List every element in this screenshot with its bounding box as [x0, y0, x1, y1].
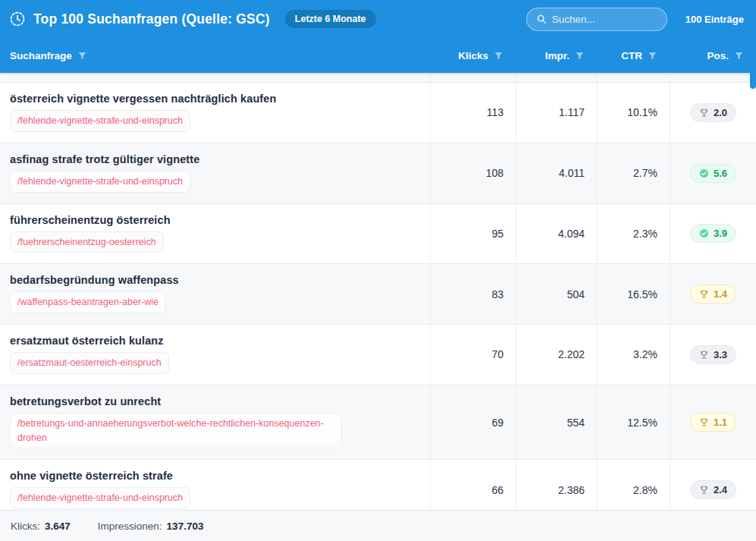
table-rows: österreich vignette vergessen nachträgli…: [0, 83, 756, 510]
ctr-cell: 2.8%: [597, 460, 670, 510]
position-badge: 2.4: [690, 480, 736, 499]
pos-cell: 5.6: [670, 143, 756, 203]
check-circle-icon: [699, 228, 709, 238]
table-row[interactable]: österreich vignette vergessen nachträgli…: [0, 83, 756, 143]
position-value: 1.4: [714, 288, 727, 300]
ctr-cell: 10.1%: [597, 83, 670, 143]
page-title: Top 100 Suchanfragen (Quelle: GSC): [33, 11, 270, 27]
klicks-cell: 66: [430, 460, 516, 510]
url-slug-text: /betretungs-und-annaeherungsverbot-welch…: [17, 418, 324, 443]
url-slug-pill[interactable]: /betretungs-und-annaeherungsverbot-welch…: [10, 413, 342, 449]
filter-icon[interactable]: [648, 51, 657, 61]
position-value: 2.0: [714, 107, 727, 118]
pos-cell: 1.1: [670, 385, 756, 460]
query-cell: bedarfsbegründung waffenpass /waffenpass…: [0, 264, 430, 324]
search-input[interactable]: [552, 14, 657, 25]
query-text: bedarfsbegründung waffenpass: [10, 274, 419, 286]
query-text: betretungsverbot zu unrecht: [10, 395, 419, 407]
url-slug-text: /fehlende-vignette-strafe-und-einspruch: [17, 492, 183, 503]
query-text: asfinag strafe trotz gültiger vignette: [10, 153, 419, 165]
check-circle-icon: [699, 168, 709, 178]
position-value: 1.1: [714, 417, 727, 428]
impr-cell: 554: [516, 385, 597, 460]
query-text: ersatzmaut österreich kulanz: [10, 335, 419, 347]
query-text: österreich vignette vergessen nachträgli…: [10, 93, 419, 105]
column-label: Impr.: [545, 50, 569, 61]
url-slug-pill[interactable]: /waffenpass-beantragen-aber-wie: [10, 291, 166, 313]
url-slug-pill[interactable]: /ersatzmaut-oesterreich-einspruch: [10, 352, 169, 374]
pos-cell: 3.3: [670, 325, 756, 385]
ctr-cell: 16.5%: [597, 264, 670, 324]
position-badge: 2.0: [690, 103, 736, 122]
total-klicks-label: Klicks:: [11, 521, 40, 532]
klicks-cell: 113: [430, 83, 516, 143]
table-row[interactable]: bedarfsbegründung waffenpass /waffenpass…: [0, 264, 756, 325]
column-header-pos[interactable]: Pos.: [670, 50, 756, 61]
impr-cell: 1.117: [516, 83, 597, 143]
position-value: 5.6: [714, 168, 727, 179]
summary-footer: Klicks: 3.647 Impressionen: 137.703: [0, 510, 756, 541]
search-box[interactable]: [526, 8, 667, 31]
url-slug-pill[interactable]: /fehlende-vignette-strafe-und-einspruch: [10, 171, 190, 193]
position-badge: 1.4: [690, 285, 736, 304]
url-slug-text: /fehlende-vignette-strafe-und-einspruch: [17, 115, 183, 126]
total-impressions-label: Impressionen:: [98, 521, 162, 532]
url-slug-pill[interactable]: /fehlende-vignette-strafe-und-einspruch: [10, 487, 190, 509]
pos-cell: 3.9: [670, 204, 756, 264]
table-body[interactable]: österreich vignette vergessen nachträgli…: [0, 73, 756, 510]
impr-cell: 2.202: [516, 325, 597, 385]
column-label: Suchanfrage: [10, 50, 72, 61]
trophy-icon: [699, 350, 709, 360]
table-row[interactable]: ohne vignette österreich strafe /fehlend…: [0, 460, 756, 510]
column-header-query[interactable]: Suchanfrage: [0, 50, 430, 61]
url-slug-pill[interactable]: /fehlende-vignette-strafe-und-einspruch: [10, 110, 190, 132]
period-badge[interactable]: Letzte 6 Monate: [285, 10, 376, 28]
query-text: führerscheinentzug österreich: [10, 214, 419, 226]
position-value: 3.9: [714, 228, 727, 239]
ctr-cell: 3.2%: [597, 325, 670, 385]
url-slug-text: /waffenpass-beantragen-aber-wie: [17, 297, 158, 307]
impr-cell: 4.011: [516, 143, 597, 203]
query-cell: ohne vignette österreich strafe /fehlend…: [0, 460, 430, 510]
title-row: Top 100 Suchanfragen (Quelle: GSC) Letzt…: [0, 0, 756, 38]
position-badge: 3.9: [690, 224, 736, 243]
trophy-icon: [699, 417, 709, 427]
search-icon: [536, 14, 547, 24]
position-badge: 3.3: [690, 345, 736, 364]
entries-count: 100 Einträge: [685, 14, 744, 25]
total-klicks: Klicks: 3.647: [11, 521, 71, 532]
query-cell: ersatzmaut österreich kulanz /ersatzmaut…: [0, 325, 430, 385]
position-value: 3.3: [714, 349, 727, 360]
filter-icon[interactable]: [734, 51, 744, 61]
table-row[interactable]: asfinag strafe trotz gültiger vignette /…: [0, 143, 756, 204]
column-header-ctr[interactable]: CTR: [597, 50, 670, 61]
column-label: Klicks: [458, 50, 488, 61]
vertical-scrollbar-thumb[interactable]: [750, 73, 756, 89]
total-impressions: Impressionen: 137.703: [98, 521, 204, 532]
ctr-cell: 2.7%: [597, 143, 670, 203]
klicks-cell: 70: [430, 325, 516, 385]
url-slug-text: /fuehrerscheinentzug-oesterreich: [17, 237, 156, 247]
column-label: Pos.: [707, 50, 729, 61]
table-row[interactable]: betretungsverbot zu unrecht /betretungs-…: [0, 385, 756, 461]
position-value: 2.4: [714, 484, 727, 495]
table-row[interactable]: ersatzmaut österreich kulanz /ersatzmaut…: [0, 325, 756, 385]
query-cell: betretungsverbot zu unrecht /betretungs-…: [0, 385, 430, 460]
trophy-icon: [699, 108, 709, 118]
table-row[interactable]: führerscheinentzug österreich /fuehrersc…: [0, 204, 756, 265]
filter-icon[interactable]: [77, 51, 87, 61]
url-slug-pill[interactable]: /fuehrerscheinentzug-oesterreich: [10, 231, 164, 253]
klicks-cell: 83: [430, 264, 516, 324]
filter-icon[interactable]: [494, 51, 503, 61]
query-cell: österreich vignette vergessen nachträgli…: [0, 83, 430, 143]
query-cell: führerscheinentzug österreich /fuehrersc…: [0, 204, 430, 264]
query-cell: asfinag strafe trotz gültiger vignette /…: [0, 143, 430, 203]
column-header-impr[interactable]: Impr.: [516, 50, 597, 61]
widget-header: Top 100 Suchanfragen (Quelle: GSC) Letzt…: [0, 0, 756, 73]
filter-icon[interactable]: [575, 51, 585, 61]
column-header-klicks[interactable]: Klicks: [430, 50, 516, 61]
pos-cell: 2.0: [670, 83, 756, 143]
impr-cell: 4.094: [516, 204, 597, 264]
position-badge: 5.6: [690, 164, 736, 183]
top-queries-widget: Top 100 Suchanfragen (Quelle: GSC) Letzt…: [0, 0, 756, 541]
